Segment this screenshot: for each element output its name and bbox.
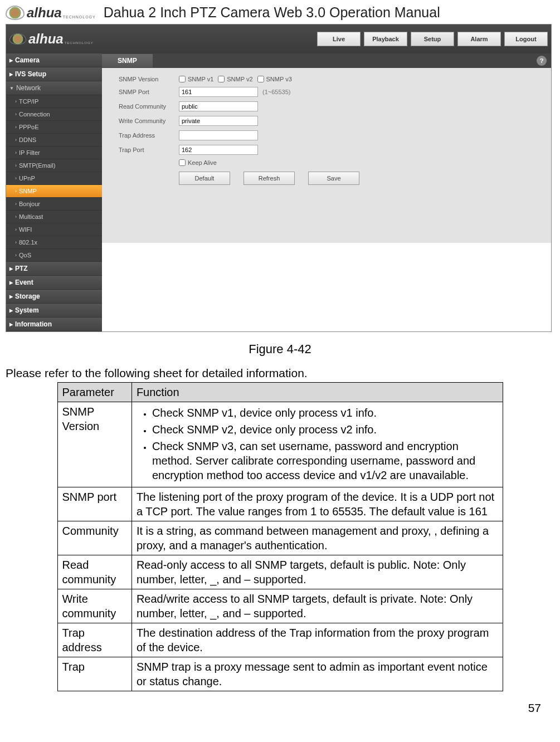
figure-caption: Figure 4-42 (6, 342, 554, 357)
checkbox-snmp-v1[interactable]: SNMP v1 (179, 76, 213, 82)
sidebar-item-connection[interactable]: ›Connection (6, 108, 102, 121)
sidebar-item-ddns[interactable]: ›DDNS (6, 134, 102, 147)
triangle-icon: ▶ (9, 308, 13, 313)
sidebar-cat-information[interactable]: ▶Information (6, 318, 102, 331)
triangle-icon: ▶ (9, 294, 13, 299)
sidebar-cat-ptz[interactable]: ▶PTZ (6, 262, 102, 276)
sidebar-item-pppoe[interactable]: ›PPPoE (6, 121, 102, 134)
table-header-param: Parameter (57, 383, 132, 402)
trap-address-input[interactable] (179, 130, 258, 140)
table-cell: Read community (57, 555, 132, 589)
panel-titlebar: SNMP (102, 53, 551, 68)
tab-setup[interactable]: Setup (411, 32, 454, 46)
sidebar-item-snmp[interactable]: ›SNMP (6, 185, 102, 198)
brand-logo: alhua TECHNOLOGY (6, 5, 96, 21)
chevron-right-icon: › (15, 163, 17, 168)
sidebar-item-upnp[interactable]: ›UPnP (6, 172, 102, 185)
table-cell: Read/write access to all SNMP targets, d… (132, 589, 503, 623)
help-icon[interactable]: ? (537, 56, 547, 66)
table-cell: Trap (57, 657, 132, 691)
sidebar-cat-ivs[interactable]: ▶IVS Setup (6, 67, 102, 81)
sidebar-item-8021x[interactable]: ›802.1x (6, 236, 102, 249)
chevron-right-icon: › (15, 227, 17, 232)
write-community-input[interactable] (179, 116, 258, 126)
main-tabs: Live Playback Setup Alarm Logout (317, 32, 548, 46)
doc-header: alhua TECHNOLOGY Dahua 2 Inch PTZ Camera… (6, 4, 554, 21)
logo-eye-icon (9, 33, 26, 45)
brand-name: alhua (27, 5, 62, 21)
refresh-button[interactable]: Refresh (244, 172, 295, 185)
checkbox-keep-alive[interactable]: Keep Alive (179, 159, 217, 166)
checkbox-snmp-v3[interactable]: SNMP v3 (257, 76, 292, 82)
tab-alarm[interactable]: Alarm (457, 32, 501, 46)
table-cell: SNMP Version (57, 402, 132, 487)
tab-logout[interactable]: Logout (504, 32, 548, 46)
sidebar-cat-event[interactable]: ▶Event (6, 276, 102, 290)
sidebar: ▶Camera ▶IVS Setup ▼Network ›TCP/IP ›Con… (6, 53, 102, 331)
chevron-right-icon: › (15, 150, 17, 155)
intro-text: Please refer to the following sheet for … (6, 367, 554, 380)
table-cell: Read-only access to all SNMP targets, de… (132, 555, 503, 589)
doc-title: Dahua 2 Inch PTZ Camera Web 3.0 Operatio… (104, 4, 440, 21)
trap-address-label: Trap Address (119, 132, 179, 139)
chevron-right-icon: › (15, 214, 17, 219)
triangle-icon: ▶ (9, 266, 13, 271)
sidebar-item-wifi[interactable]: ›WIFI (6, 223, 102, 236)
chevron-right-icon: › (15, 111, 17, 117)
table-cell: The destination address of the Trap info… (132, 623, 503, 657)
table-cell: Write community (57, 589, 132, 623)
sidebar-cat-network[interactable]: ▼Network (6, 81, 102, 95)
sidebar-item-tcpip[interactable]: ›TCP/IP (6, 95, 102, 108)
ui-screenshot: alhua TECHNOLOGY Live Playback Setup Ala… (6, 24, 552, 332)
tab-live[interactable]: Live (317, 32, 361, 46)
chevron-right-icon: › (15, 175, 17, 181)
table-cell: SNMP port (57, 487, 132, 521)
sidebar-cat-camera[interactable]: ▶Camera (6, 53, 102, 67)
chevron-right-icon: › (15, 124, 17, 130)
table-cell: Community (57, 521, 132, 555)
triangle-icon: ▶ (9, 72, 13, 77)
logo-eye-icon (6, 6, 25, 20)
topbar: alhua TECHNOLOGY Live Playback Setup Ala… (6, 25, 551, 53)
default-button[interactable]: Default (179, 172, 230, 185)
triangle-down-icon: ▼ (9, 86, 14, 91)
table-cell: The listening port of the proxy program … (132, 487, 503, 521)
main-panel: SNMP ? SNMP Version SNMP v1 SNMP v2 SNMP… (102, 53, 551, 331)
panel-content: SNMP Version SNMP v1 SNMP v2 SNMP v3 SNM… (102, 68, 551, 243)
snmp-port-label: SNMP Port (119, 89, 179, 95)
snmp-version-label: SNMP Version (119, 76, 179, 82)
sidebar-cat-system[interactable]: ▶System (6, 304, 102, 318)
tab-playback[interactable]: Playback (364, 32, 407, 46)
sidebar-item-multicast[interactable]: ›Multicast (6, 211, 102, 223)
sidebar-item-smtp[interactable]: ›SMTP(Email) (6, 159, 102, 172)
triangle-icon: ▶ (9, 58, 13, 63)
brand-subtext: TECHNOLOGY (63, 15, 96, 19)
app-logo: alhua TECHNOLOGY (9, 31, 94, 47)
checkbox-snmp-v2[interactable]: SNMP v2 (218, 76, 252, 82)
table-header-func: Function (132, 383, 503, 402)
chevron-right-icon: › (15, 252, 17, 258)
chevron-right-icon: › (15, 188, 17, 194)
panel-title: SNMP (102, 54, 153, 67)
port-hint: (1~65535) (262, 89, 290, 95)
sidebar-item-bonjour[interactable]: ›Bonjour (6, 198, 102, 211)
table-cell: SNMP trap is a proxy message sent to adm… (132, 657, 503, 691)
table-cell: Check SNMP v1, device only process v1 in… (132, 402, 503, 487)
sidebar-item-ipfilter[interactable]: ›IP Filter (6, 147, 102, 159)
write-community-label: Write Community (119, 118, 179, 124)
chevron-right-icon: › (15, 201, 17, 207)
trap-port-input[interactable] (179, 145, 258, 155)
chevron-right-icon: › (15, 240, 17, 245)
read-community-label: Read Community (119, 103, 179, 110)
chevron-right-icon: › (15, 99, 17, 104)
triangle-icon: ▶ (9, 322, 13, 327)
triangle-icon: ▶ (9, 280, 13, 285)
read-community-input[interactable] (179, 101, 258, 111)
save-button[interactable]: Save (308, 172, 359, 185)
sidebar-item-qos[interactable]: ›QoS (6, 249, 102, 262)
trap-port-label: Trap Port (119, 147, 179, 153)
table-cell: Trap address (57, 623, 132, 657)
snmp-port-input[interactable] (179, 87, 258, 97)
chevron-right-icon: › (15, 137, 17, 143)
sidebar-cat-storage[interactable]: ▶Storage (6, 290, 102, 304)
